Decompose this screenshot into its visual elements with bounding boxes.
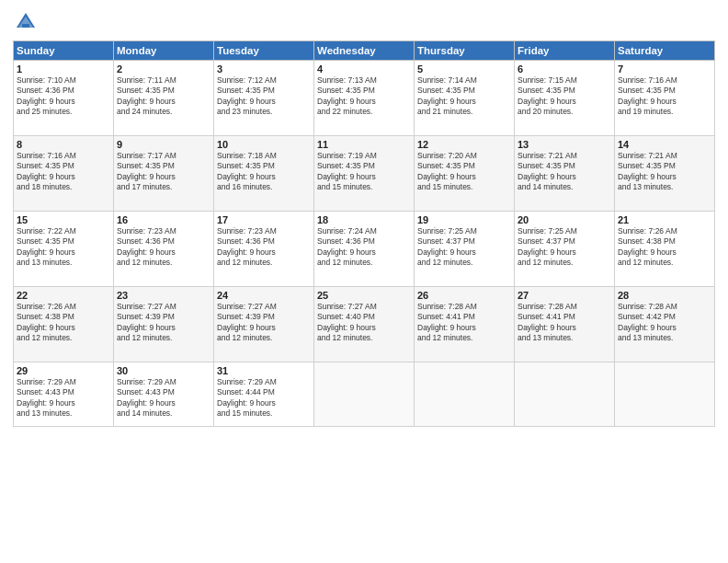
day-number: 26 xyxy=(417,290,511,301)
calendar-cell: 18Sunrise: 7:24 AMSunset: 4:36 PMDayligh… xyxy=(314,212,415,287)
day-number: 15 xyxy=(17,214,110,225)
calendar-cell xyxy=(314,362,415,427)
day-header: Friday xyxy=(515,41,615,61)
calendar-cell: 17Sunrise: 7:23 AMSunset: 4:36 PMDayligh… xyxy=(214,212,314,287)
day-number: 23 xyxy=(117,290,210,301)
day-number: 21 xyxy=(618,214,711,225)
calendar-cell xyxy=(615,362,715,427)
day-info: Sunrise: 7:22 AMSunset: 4:35 PMDaylight:… xyxy=(17,226,110,269)
day-number: 16 xyxy=(117,214,210,225)
day-info: Sunrise: 7:29 AMSunset: 4:43 PMDaylight:… xyxy=(17,377,110,419)
logo xyxy=(13,9,40,35)
day-info: Sunrise: 7:10 AMSunset: 4:36 PMDaylight:… xyxy=(17,75,110,118)
calendar-cell: 7Sunrise: 7:16 AMSunset: 4:35 PMDaylight… xyxy=(615,61,715,136)
day-number: 1 xyxy=(17,63,110,75)
day-number: 2 xyxy=(117,63,210,75)
calendar-week-row: 8Sunrise: 7:16 AMSunset: 4:35 PMDaylight… xyxy=(14,136,715,212)
calendar-cell: 25Sunrise: 7:27 AMSunset: 4:40 PMDayligh… xyxy=(314,287,415,362)
day-number: 22 xyxy=(17,290,110,301)
day-info: Sunrise: 7:13 AMSunset: 4:35 PMDaylight:… xyxy=(317,75,411,118)
day-info: Sunrise: 7:28 AMSunset: 4:42 PMDaylight:… xyxy=(618,302,711,344)
day-number: 29 xyxy=(17,365,110,376)
calendar-cell: 31Sunrise: 7:29 AMSunset: 4:44 PMDayligh… xyxy=(214,362,314,427)
day-info: Sunrise: 7:25 AMSunset: 4:37 PMDaylight:… xyxy=(417,226,511,269)
calendar-cell: 26Sunrise: 7:28 AMSunset: 4:41 PMDayligh… xyxy=(415,287,515,362)
calendar-cell: 13Sunrise: 7:21 AMSunset: 4:35 PMDayligh… xyxy=(515,136,615,212)
day-number: 9 xyxy=(117,139,210,150)
day-info: Sunrise: 7:12 AMSunset: 4:35 PMDaylight:… xyxy=(217,75,311,118)
calendar-cell: 1Sunrise: 7:10 AMSunset: 4:36 PMDaylight… xyxy=(14,61,114,136)
calendar-cell: 16Sunrise: 7:23 AMSunset: 4:36 PMDayligh… xyxy=(114,212,214,287)
calendar-cell: 14Sunrise: 7:21 AMSunset: 4:35 PMDayligh… xyxy=(615,136,715,212)
header xyxy=(13,9,715,35)
day-number: 14 xyxy=(618,139,711,150)
calendar-cell: 12Sunrise: 7:20 AMSunset: 4:35 PMDayligh… xyxy=(415,136,515,212)
calendar-week-row: 22Sunrise: 7:26 AMSunset: 4:38 PMDayligh… xyxy=(14,287,715,362)
day-number: 6 xyxy=(518,63,611,75)
day-number: 31 xyxy=(217,365,311,376)
day-info: Sunrise: 7:29 AMSunset: 4:43 PMDaylight:… xyxy=(117,377,210,419)
calendar-week-row: 1Sunrise: 7:10 AMSunset: 4:36 PMDaylight… xyxy=(14,61,715,136)
day-number: 17 xyxy=(217,214,311,225)
calendar-cell: 3Sunrise: 7:12 AMSunset: 4:35 PMDaylight… xyxy=(214,61,314,136)
day-info: Sunrise: 7:20 AMSunset: 4:35 PMDaylight:… xyxy=(417,151,511,193)
day-header: Tuesday xyxy=(214,41,314,61)
day-number: 20 xyxy=(518,214,611,225)
day-info: Sunrise: 7:11 AMSunset: 4:35 PMDaylight:… xyxy=(117,75,210,118)
day-info: Sunrise: 7:15 AMSunset: 4:35 PMDaylight:… xyxy=(518,75,611,118)
calendar-table: SundayMondayTuesdayWednesdayThursdayFrid… xyxy=(13,40,715,427)
day-number: 27 xyxy=(518,290,611,301)
day-info: Sunrise: 7:21 AMSunset: 4:35 PMDaylight:… xyxy=(618,151,711,193)
day-number: 8 xyxy=(17,139,110,150)
calendar-cell: 9Sunrise: 7:17 AMSunset: 4:35 PMDaylight… xyxy=(114,136,214,212)
day-number: 24 xyxy=(217,290,311,301)
calendar-cell: 20Sunrise: 7:25 AMSunset: 4:37 PMDayligh… xyxy=(515,212,615,287)
calendar-cell: 24Sunrise: 7:27 AMSunset: 4:39 PMDayligh… xyxy=(214,287,314,362)
header-row: SundayMondayTuesdayWednesdayThursdayFrid… xyxy=(14,41,715,61)
day-number: 25 xyxy=(317,290,411,301)
calendar-cell: 21Sunrise: 7:26 AMSunset: 4:38 PMDayligh… xyxy=(615,212,715,287)
day-info: Sunrise: 7:27 AMSunset: 4:40 PMDaylight:… xyxy=(317,302,411,344)
day-header: Sunday xyxy=(14,41,114,61)
calendar-cell: 23Sunrise: 7:27 AMSunset: 4:39 PMDayligh… xyxy=(114,287,214,362)
day-number: 11 xyxy=(317,139,411,150)
day-number: 30 xyxy=(117,365,210,376)
calendar-cell: 5Sunrise: 7:14 AMSunset: 4:35 PMDaylight… xyxy=(415,61,515,136)
day-info: Sunrise: 7:28 AMSunset: 4:41 PMDaylight:… xyxy=(417,302,511,344)
calendar-cell: 19Sunrise: 7:25 AMSunset: 4:37 PMDayligh… xyxy=(415,212,515,287)
day-number: 5 xyxy=(417,63,511,75)
calendar-cell: 2Sunrise: 7:11 AMSunset: 4:35 PMDaylight… xyxy=(114,61,214,136)
day-info: Sunrise: 7:29 AMSunset: 4:44 PMDaylight:… xyxy=(217,377,311,419)
calendar-week-row: 29Sunrise: 7:29 AMSunset: 4:43 PMDayligh… xyxy=(14,362,715,427)
day-info: Sunrise: 7:17 AMSunset: 4:35 PMDaylight:… xyxy=(117,151,210,193)
calendar-cell: 29Sunrise: 7:29 AMSunset: 4:43 PMDayligh… xyxy=(14,362,114,427)
day-info: Sunrise: 7:16 AMSunset: 4:35 PMDaylight:… xyxy=(618,75,711,118)
day-info: Sunrise: 7:19 AMSunset: 4:35 PMDaylight:… xyxy=(317,151,411,193)
day-header: Thursday xyxy=(415,41,515,61)
day-number: 19 xyxy=(417,214,511,225)
day-number: 7 xyxy=(618,63,711,75)
day-header: Wednesday xyxy=(314,41,415,61)
day-number: 28 xyxy=(618,290,711,301)
day-header: Saturday xyxy=(615,41,715,61)
svg-rect-2 xyxy=(22,24,29,28)
day-info: Sunrise: 7:26 AMSunset: 4:38 PMDaylight:… xyxy=(618,226,711,269)
day-number: 3 xyxy=(217,63,311,75)
day-number: 13 xyxy=(518,139,611,150)
day-number: 4 xyxy=(317,63,411,75)
day-info: Sunrise: 7:28 AMSunset: 4:41 PMDaylight:… xyxy=(518,302,611,344)
day-number: 18 xyxy=(317,214,411,225)
day-info: Sunrise: 7:18 AMSunset: 4:35 PMDaylight:… xyxy=(217,151,311,193)
calendar-cell: 8Sunrise: 7:16 AMSunset: 4:35 PMDaylight… xyxy=(14,136,114,212)
day-info: Sunrise: 7:23 AMSunset: 4:36 PMDaylight:… xyxy=(217,226,311,269)
logo-icon xyxy=(13,9,39,35)
calendar-week-row: 15Sunrise: 7:22 AMSunset: 4:35 PMDayligh… xyxy=(14,212,715,287)
day-info: Sunrise: 7:14 AMSunset: 4:35 PMDaylight:… xyxy=(417,75,511,118)
day-info: Sunrise: 7:16 AMSunset: 4:35 PMDaylight:… xyxy=(17,151,110,193)
day-header: Monday xyxy=(114,41,214,61)
calendar-cell: 22Sunrise: 7:26 AMSunset: 4:38 PMDayligh… xyxy=(14,287,114,362)
day-info: Sunrise: 7:24 AMSunset: 4:36 PMDaylight:… xyxy=(317,226,411,269)
day-info: Sunrise: 7:21 AMSunset: 4:35 PMDaylight:… xyxy=(518,151,611,193)
calendar-cell: 28Sunrise: 7:28 AMSunset: 4:42 PMDayligh… xyxy=(615,287,715,362)
calendar-cell xyxy=(415,362,515,427)
